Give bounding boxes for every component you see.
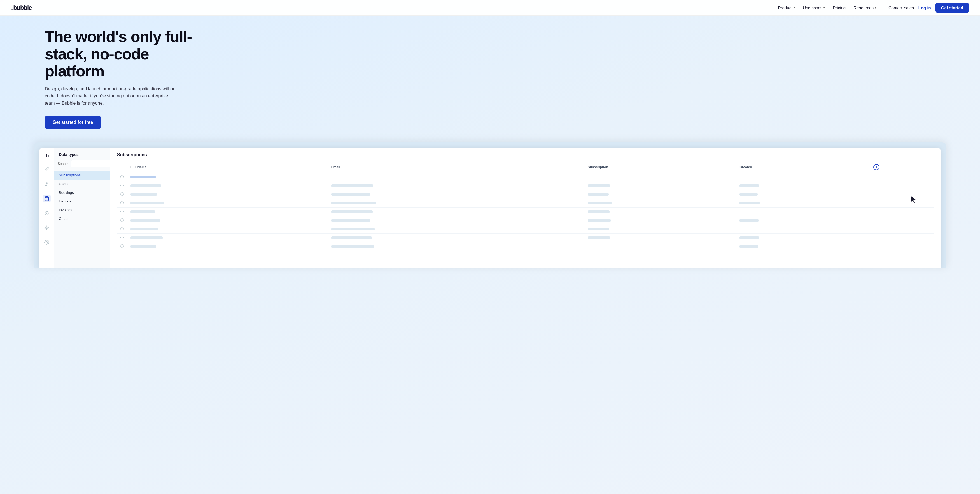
hero-subtitle: Design, develop, and launch production-g… bbox=[45, 85, 179, 107]
row-radio[interactable] bbox=[120, 218, 124, 222]
col-subscription[interactable]: Subscription bbox=[584, 162, 737, 173]
subscriptions-table: Full Name Email Subscription Created + bbox=[117, 162, 934, 251]
svg-marker-3 bbox=[45, 225, 49, 229]
sidebar-settings-icon[interactable] bbox=[43, 238, 51, 246]
svg-point-2 bbox=[45, 196, 49, 198]
skeleton-cell bbox=[130, 193, 157, 196]
hero-content: The world's only full-stack, no-code pla… bbox=[45, 28, 207, 142]
skeleton-cell bbox=[588, 184, 610, 187]
hero-title: The world's only full-stack, no-code pla… bbox=[45, 28, 207, 80]
row-radio[interactable] bbox=[120, 193, 124, 196]
skeleton-cell bbox=[588, 210, 609, 213]
skeleton-cell bbox=[130, 245, 156, 248]
skeleton-cell bbox=[130, 175, 156, 178]
row-radio[interactable] bbox=[120, 184, 124, 187]
svg-point-0 bbox=[45, 185, 47, 186]
table-row bbox=[117, 181, 934, 190]
skeleton-cell bbox=[331, 245, 374, 248]
nav-resources[interactable]: Resources ▾ bbox=[850, 3, 880, 12]
sidebar-data-icon[interactable] bbox=[43, 194, 51, 202]
get-started-button[interactable]: Get started bbox=[935, 3, 969, 13]
search-row: Search bbox=[54, 160, 110, 171]
sidebar-plugins-icon[interactable] bbox=[43, 224, 51, 232]
data-type-users[interactable]: Users bbox=[54, 180, 110, 188]
skeleton-cell bbox=[130, 236, 163, 239]
skeleton-cell bbox=[130, 184, 161, 187]
site-logo[interactable]: .bubble bbox=[11, 4, 32, 11]
skeleton-cell bbox=[740, 245, 758, 248]
skeleton-cell bbox=[331, 219, 370, 222]
table-row bbox=[117, 190, 934, 199]
data-type-chats[interactable]: Chats bbox=[54, 214, 110, 223]
cursor-icon bbox=[910, 195, 917, 205]
skeleton-cell bbox=[331, 193, 371, 196]
data-types-panel: Data types Search Subscriptions Users Bo… bbox=[54, 148, 110, 268]
data-type-invoices[interactable]: Invoices bbox=[54, 206, 110, 214]
table-row bbox=[117, 207, 934, 216]
contact-sales-link[interactable]: Contact sales bbox=[888, 5, 914, 10]
skeleton-cell bbox=[130, 202, 164, 204]
table-header: Full Name Email Subscription Created + bbox=[117, 162, 934, 173]
skeleton-cell bbox=[331, 184, 373, 187]
row-radio[interactable] bbox=[120, 175, 124, 178]
sidebar-styles-icon[interactable] bbox=[43, 209, 51, 217]
row-radio[interactable] bbox=[120, 236, 124, 239]
skeleton-cell bbox=[130, 219, 160, 222]
data-type-bookings[interactable]: Bookings bbox=[54, 188, 110, 197]
sidebar-design-icon[interactable] bbox=[43, 166, 51, 173]
table-row bbox=[117, 242, 934, 251]
row-radio[interactable] bbox=[120, 210, 124, 213]
skeleton-cell bbox=[331, 236, 372, 239]
skeleton-cell bbox=[130, 228, 158, 231]
login-link[interactable]: Log in bbox=[918, 5, 931, 10]
logo-dot: . bbox=[11, 4, 13, 11]
nav-product[interactable]: Product ▾ bbox=[775, 3, 799, 12]
skeleton-cell bbox=[331, 210, 373, 213]
app-logo-mark: .b bbox=[44, 152, 49, 159]
add-column-button[interactable]: + bbox=[873, 164, 880, 170]
col-email[interactable]: Email bbox=[328, 162, 584, 173]
svg-point-1 bbox=[47, 182, 48, 183]
skeleton-cell bbox=[588, 219, 611, 222]
table-area: Subscriptions Full Name Email Subscripti… bbox=[110, 148, 941, 268]
hero-cta-button[interactable]: Get started for free bbox=[45, 116, 101, 129]
app-window: .b bbox=[39, 148, 941, 268]
row-radio[interactable] bbox=[120, 227, 124, 231]
nav-links: Product ▾ Use cases ▾ Pricing Resources … bbox=[775, 3, 880, 12]
skeleton-cell bbox=[740, 184, 759, 187]
chevron-down-icon: ▾ bbox=[875, 6, 876, 9]
skeleton-cell bbox=[740, 193, 758, 196]
skeleton-cell bbox=[588, 193, 609, 196]
skeleton-cell bbox=[740, 236, 759, 239]
skeleton-cell bbox=[740, 219, 759, 222]
navigation: .bubble Product ▾ Use cases ▾ Pricing Re… bbox=[0, 0, 980, 16]
col-checkbox bbox=[117, 162, 127, 173]
skeleton-cell bbox=[331, 202, 376, 204]
table-row bbox=[117, 199, 934, 207]
skeleton-cell bbox=[588, 236, 610, 239]
skeleton-cell bbox=[130, 210, 155, 213]
nav-use-cases[interactable]: Use cases ▾ bbox=[799, 3, 828, 12]
sidebar-workflow-icon[interactable] bbox=[43, 180, 51, 188]
data-type-listings[interactable]: Listings bbox=[54, 197, 110, 206]
svg-point-4 bbox=[46, 241, 47, 243]
table-title: Subscriptions bbox=[117, 152, 934, 158]
table-row bbox=[117, 172, 934, 181]
chevron-down-icon: ▾ bbox=[794, 6, 795, 9]
data-type-subscriptions[interactable]: Subscriptions bbox=[54, 171, 110, 180]
hero-section: The world's only full-stack, no-code pla… bbox=[0, 0, 980, 494]
row-radio[interactable] bbox=[120, 244, 124, 248]
skeleton-cell bbox=[331, 228, 375, 231]
col-created[interactable]: Created bbox=[736, 162, 870, 173]
add-column-header[interactable]: + bbox=[870, 162, 934, 173]
row-radio[interactable] bbox=[120, 201, 124, 204]
skeleton-cell bbox=[588, 228, 609, 231]
col-fullname[interactable]: Full Name bbox=[127, 162, 328, 173]
skeleton-cell bbox=[740, 202, 760, 204]
app-preview: .b bbox=[33, 142, 947, 268]
table-row bbox=[117, 216, 934, 225]
table-body bbox=[117, 172, 934, 251]
app-sidebar: .b bbox=[39, 148, 54, 268]
nav-pricing[interactable]: Pricing bbox=[829, 3, 849, 12]
skeleton-cell bbox=[588, 202, 611, 204]
